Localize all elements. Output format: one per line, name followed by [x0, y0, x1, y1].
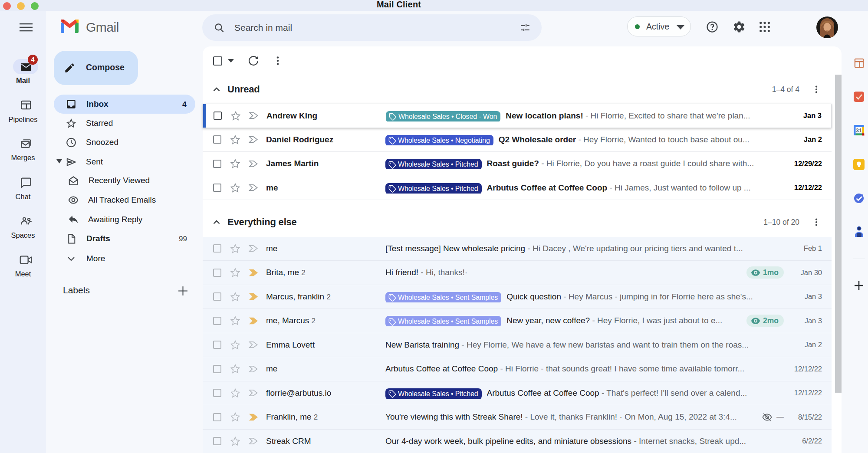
svg-text:31: 31 — [856, 127, 862, 134]
